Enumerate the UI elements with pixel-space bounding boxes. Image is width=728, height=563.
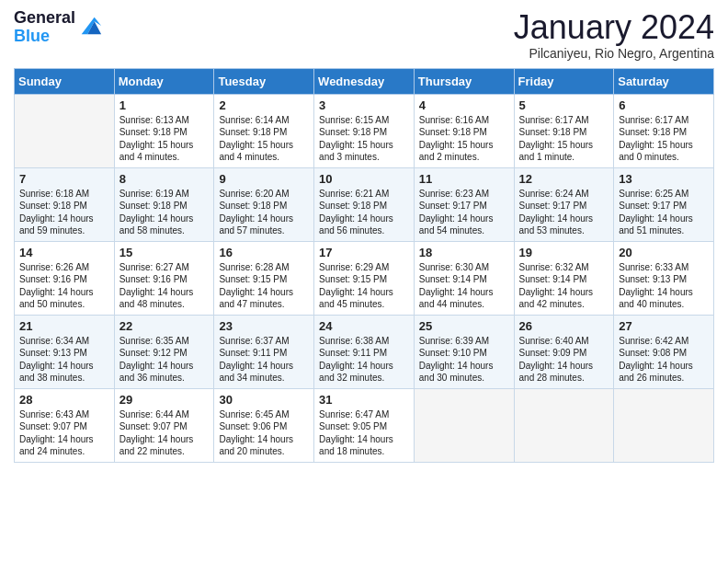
logo: GeneralBlue bbox=[14, 9, 103, 46]
week-row-4: 21Sunrise: 6:34 AM Sunset: 9:13 PM Dayli… bbox=[15, 315, 714, 388]
calendar-cell bbox=[514, 388, 614, 462]
day-number: 11 bbox=[419, 172, 509, 186]
calendar-cell: 13Sunrise: 6:25 AM Sunset: 9:17 PM Dayli… bbox=[614, 167, 714, 241]
day-number: 25 bbox=[419, 319, 509, 333]
calendar-cell: 15Sunrise: 6:27 AM Sunset: 9:16 PM Dayli… bbox=[114, 241, 214, 315]
day-number: 24 bbox=[319, 319, 409, 333]
page-header: GeneralBlue January 2024 Pilcaniyeu, Rio… bbox=[14, 9, 714, 61]
day-number: 14 bbox=[19, 246, 109, 259]
cell-info: Sunrise: 6:27 AM Sunset: 9:16 PM Dayligh… bbox=[119, 261, 210, 311]
calendar-cell: 18Sunrise: 6:30 AM Sunset: 9:14 PM Dayli… bbox=[414, 241, 514, 315]
logo-icon bbox=[77, 13, 103, 39]
calendar-cell: 28Sunrise: 6:43 AM Sunset: 9:07 PM Dayli… bbox=[15, 388, 115, 462]
calendar-cell: 9Sunrise: 6:20 AM Sunset: 9:18 PM Daylig… bbox=[214, 167, 314, 241]
calendar-cell: 20Sunrise: 6:33 AM Sunset: 9:13 PM Dayli… bbox=[614, 241, 714, 315]
col-header-saturday: Saturday bbox=[614, 68, 714, 94]
calendar-cell: 26Sunrise: 6:40 AM Sunset: 9:09 PM Dayli… bbox=[514, 315, 614, 388]
day-number: 12 bbox=[519, 172, 609, 186]
calendar-cell bbox=[15, 94, 115, 167]
calendar-cell: 25Sunrise: 6:39 AM Sunset: 9:10 PM Dayli… bbox=[414, 315, 514, 388]
cell-info: Sunrise: 6:13 AM Sunset: 9:18 PM Dayligh… bbox=[119, 114, 210, 164]
cell-info: Sunrise: 6:40 AM Sunset: 9:09 PM Dayligh… bbox=[519, 335, 609, 385]
cell-info: Sunrise: 6:21 AM Sunset: 9:18 PM Dayligh… bbox=[319, 188, 409, 237]
title-block: January 2024 Pilcaniyeu, Rio Negro, Arge… bbox=[514, 9, 714, 61]
cell-info: Sunrise: 6:44 AM Sunset: 9:07 PM Dayligh… bbox=[119, 408, 210, 458]
calendar-cell bbox=[614, 388, 714, 462]
calendar-cell: 30Sunrise: 6:45 AM Sunset: 9:06 PM Dayli… bbox=[214, 388, 314, 462]
day-number: 1 bbox=[119, 98, 210, 112]
cell-info: Sunrise: 6:42 AM Sunset: 9:08 PM Dayligh… bbox=[619, 335, 709, 385]
header-row: SundayMondayTuesdayWednesdayThursdayFrid… bbox=[15, 68, 714, 94]
cell-info: Sunrise: 6:45 AM Sunset: 9:06 PM Dayligh… bbox=[219, 408, 309, 458]
day-number: 6 bbox=[619, 98, 709, 112]
day-number: 8 bbox=[119, 172, 210, 186]
cell-info: Sunrise: 6:47 AM Sunset: 9:05 PM Dayligh… bbox=[319, 408, 409, 458]
week-row-2: 7Sunrise: 6:18 AM Sunset: 9:18 PM Daylig… bbox=[15, 167, 714, 241]
cell-info: Sunrise: 6:23 AM Sunset: 9:17 PM Dayligh… bbox=[419, 188, 509, 237]
day-number: 30 bbox=[219, 393, 309, 407]
cell-info: Sunrise: 6:15 AM Sunset: 9:18 PM Dayligh… bbox=[319, 114, 409, 164]
cell-info: Sunrise: 6:24 AM Sunset: 9:17 PM Dayligh… bbox=[519, 188, 609, 237]
cell-info: Sunrise: 6:30 AM Sunset: 9:14 PM Dayligh… bbox=[419, 261, 509, 311]
day-number: 23 bbox=[219, 319, 309, 333]
day-number: 16 bbox=[219, 246, 309, 259]
calendar-cell bbox=[414, 388, 514, 462]
day-number: 31 bbox=[319, 393, 409, 407]
day-number: 19 bbox=[519, 246, 609, 259]
cell-info: Sunrise: 6:17 AM Sunset: 9:18 PM Dayligh… bbox=[619, 114, 709, 164]
calendar-cell: 21Sunrise: 6:34 AM Sunset: 9:13 PM Dayli… bbox=[15, 315, 115, 388]
cell-info: Sunrise: 6:35 AM Sunset: 9:12 PM Dayligh… bbox=[119, 335, 210, 385]
day-number: 5 bbox=[519, 98, 609, 112]
day-number: 4 bbox=[419, 98, 509, 112]
calendar-cell: 7Sunrise: 6:18 AM Sunset: 9:18 PM Daylig… bbox=[15, 167, 115, 241]
calendar-cell: 10Sunrise: 6:21 AM Sunset: 9:18 PM Dayli… bbox=[314, 167, 415, 241]
day-number: 27 bbox=[619, 319, 709, 333]
calendar-cell: 4Sunrise: 6:16 AM Sunset: 9:18 PM Daylig… bbox=[414, 94, 514, 167]
calendar-cell: 2Sunrise: 6:14 AM Sunset: 9:18 PM Daylig… bbox=[214, 94, 314, 167]
day-number: 29 bbox=[119, 393, 210, 407]
calendar-cell: 11Sunrise: 6:23 AM Sunset: 9:17 PM Dayli… bbox=[414, 167, 514, 241]
day-number: 21 bbox=[19, 319, 109, 333]
cell-info: Sunrise: 6:37 AM Sunset: 9:11 PM Dayligh… bbox=[219, 335, 309, 385]
calendar-cell: 3Sunrise: 6:15 AM Sunset: 9:18 PM Daylig… bbox=[314, 94, 415, 167]
calendar-cell: 19Sunrise: 6:32 AM Sunset: 9:14 PM Dayli… bbox=[514, 241, 614, 315]
calendar-cell: 1Sunrise: 6:13 AM Sunset: 9:18 PM Daylig… bbox=[114, 94, 214, 167]
col-header-monday: Monday bbox=[114, 68, 214, 94]
cell-info: Sunrise: 6:39 AM Sunset: 9:10 PM Dayligh… bbox=[419, 335, 509, 385]
calendar-cell: 16Sunrise: 6:28 AM Sunset: 9:15 PM Dayli… bbox=[214, 241, 314, 315]
col-header-thursday: Thursday bbox=[414, 68, 514, 94]
logo-text: GeneralBlue bbox=[14, 9, 75, 46]
calendar-cell: 12Sunrise: 6:24 AM Sunset: 9:17 PM Dayli… bbox=[514, 167, 614, 241]
cell-info: Sunrise: 6:25 AM Sunset: 9:17 PM Dayligh… bbox=[619, 188, 709, 237]
col-header-tuesday: Tuesday bbox=[214, 68, 314, 94]
calendar-cell: 29Sunrise: 6:44 AM Sunset: 9:07 PM Dayli… bbox=[114, 388, 214, 462]
day-number: 17 bbox=[319, 246, 409, 259]
cell-info: Sunrise: 6:32 AM Sunset: 9:14 PM Dayligh… bbox=[519, 261, 609, 311]
day-number: 10 bbox=[319, 172, 409, 186]
week-row-1: 1Sunrise: 6:13 AM Sunset: 9:18 PM Daylig… bbox=[15, 94, 714, 167]
cell-info: Sunrise: 6:14 AM Sunset: 9:18 PM Dayligh… bbox=[219, 114, 309, 164]
day-number: 18 bbox=[419, 246, 509, 259]
cell-info: Sunrise: 6:43 AM Sunset: 9:07 PM Dayligh… bbox=[19, 408, 109, 458]
day-number: 9 bbox=[219, 172, 309, 186]
day-number: 22 bbox=[119, 319, 210, 333]
col-header-friday: Friday bbox=[514, 68, 614, 94]
calendar-cell: 23Sunrise: 6:37 AM Sunset: 9:11 PM Dayli… bbox=[214, 315, 314, 388]
week-row-3: 14Sunrise: 6:26 AM Sunset: 9:16 PM Dayli… bbox=[15, 241, 714, 315]
calendar-cell: 6Sunrise: 6:17 AM Sunset: 9:18 PM Daylig… bbox=[614, 94, 714, 167]
day-number: 15 bbox=[119, 246, 210, 259]
calendar-cell: 31Sunrise: 6:47 AM Sunset: 9:05 PM Dayli… bbox=[314, 388, 415, 462]
cell-info: Sunrise: 6:19 AM Sunset: 9:18 PM Dayligh… bbox=[119, 188, 210, 237]
calendar-cell: 24Sunrise: 6:38 AM Sunset: 9:11 PM Dayli… bbox=[314, 315, 415, 388]
calendar-cell: 27Sunrise: 6:42 AM Sunset: 9:08 PM Dayli… bbox=[614, 315, 714, 388]
calendar-cell: 17Sunrise: 6:29 AM Sunset: 9:15 PM Dayli… bbox=[314, 241, 415, 315]
day-number: 7 bbox=[19, 172, 109, 186]
calendar-cell: 14Sunrise: 6:26 AM Sunset: 9:16 PM Dayli… bbox=[15, 241, 115, 315]
calendar-cell: 22Sunrise: 6:35 AM Sunset: 9:12 PM Dayli… bbox=[114, 315, 214, 388]
day-number: 28 bbox=[19, 393, 109, 407]
cell-info: Sunrise: 6:26 AM Sunset: 9:16 PM Dayligh… bbox=[19, 261, 109, 311]
cell-info: Sunrise: 6:16 AM Sunset: 9:18 PM Dayligh… bbox=[419, 114, 509, 164]
day-number: 26 bbox=[519, 319, 609, 333]
calendar-cell: 5Sunrise: 6:17 AM Sunset: 9:18 PM Daylig… bbox=[514, 94, 614, 167]
cell-info: Sunrise: 6:17 AM Sunset: 9:18 PM Dayligh… bbox=[519, 114, 609, 164]
